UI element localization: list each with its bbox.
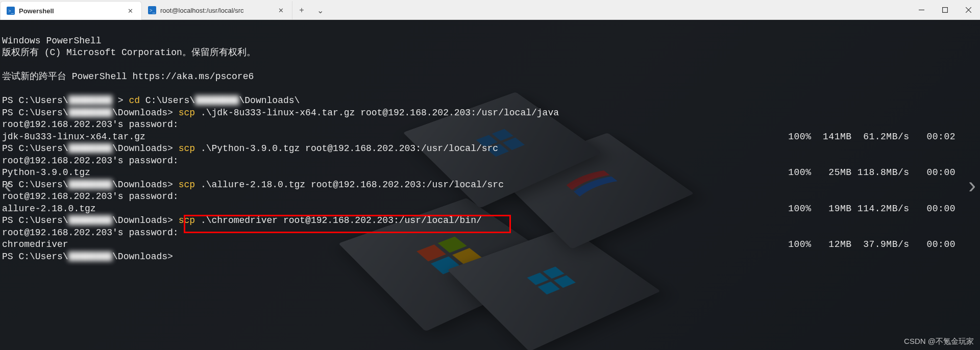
banner-line: Windows PowerShell xyxy=(2,36,101,46)
window-minimize-button[interactable] xyxy=(910,0,933,19)
tab-powershell[interactable]: >_ Powershell ✕ xyxy=(0,1,142,20)
tab-close-button[interactable]: ✕ xyxy=(276,5,286,15)
transfer-row: Python-3.9.0.tgz100% 25MB 118.8MB/s 00:0… xyxy=(2,167,978,179)
terminal-output[interactable]: Windows PowerShell 版权所有 (C) Microsoft Co… xyxy=(0,20,980,350)
chevron-down-icon: ⌄ xyxy=(317,6,324,15)
tab-title: root@localhost:/usr/local/src xyxy=(160,7,272,14)
prompt-line: PS C:\Users\████████ > cd C:\Users\█████… xyxy=(2,95,300,106)
tab-ssh[interactable]: >_ root@localhost:/usr/local/src ✕ xyxy=(142,1,292,19)
tab-dropdown-button[interactable]: ⌄ xyxy=(311,1,329,19)
prompt-line: PS C:\Users\████████\Downloads> scp .\al… xyxy=(2,180,504,190)
prompt-line: PS C:\Users\████████\Downloads> scp .\jd… xyxy=(2,108,559,118)
watermark: CSDN @不氪金玩家 xyxy=(904,337,974,346)
window-controls xyxy=(910,0,980,19)
tab-strip: >_ Powershell ✕ >_ root@localhost:/usr/l… xyxy=(0,0,980,20)
output-line: root@192.168.202.203's password: xyxy=(2,191,179,202)
banner-line: 版权所有 (C) Microsoft Corporation。保留所有权利。 xyxy=(2,47,256,58)
svg-rect-5 xyxy=(942,7,947,12)
output-line: root@192.168.202.203's password: xyxy=(2,119,179,130)
terminal-viewport: ‹ › Windows PowerShell 版权所有 (C) Microsof… xyxy=(0,20,980,350)
new-tab-button[interactable]: + xyxy=(292,1,311,19)
window-close-button[interactable] xyxy=(957,0,980,19)
window-maximize-button[interactable] xyxy=(933,0,957,19)
plus-icon: + xyxy=(299,6,304,15)
prompt-line: PS C:\Users\████████\Downloads> scp .\Py… xyxy=(2,143,498,154)
prompt-line: PS C:\Users\████████\Downloads> scp .\ch… xyxy=(2,215,482,226)
powershell-icon: >_ xyxy=(148,6,156,14)
transfer-row: allure-2.18.0.tgz100% 19MB 114.2MB/s 00:… xyxy=(2,203,978,215)
transfer-row: chromedriver100% 12MB 37.9MB/s 00:00 xyxy=(2,239,978,251)
banner-line: 尝试新的跨平台 PowerShell https://aka.ms/pscore… xyxy=(2,71,254,82)
prompt-line: PS C:\Users\████████\Downloads> xyxy=(2,252,173,262)
svg-text:>_: >_ xyxy=(150,8,156,13)
powershell-icon: >_ xyxy=(7,7,15,15)
output-line: root@192.168.202.203's password: xyxy=(2,228,179,238)
tab-close-button[interactable]: ✕ xyxy=(125,6,135,16)
transfer-row: jdk-8u333-linux-x64.tar.gz100% 141MB 61.… xyxy=(2,131,978,143)
svg-text:>_: >_ xyxy=(8,8,14,14)
output-line: root@192.168.202.203's password: xyxy=(2,156,179,166)
tab-title: Powershell xyxy=(19,7,121,15)
